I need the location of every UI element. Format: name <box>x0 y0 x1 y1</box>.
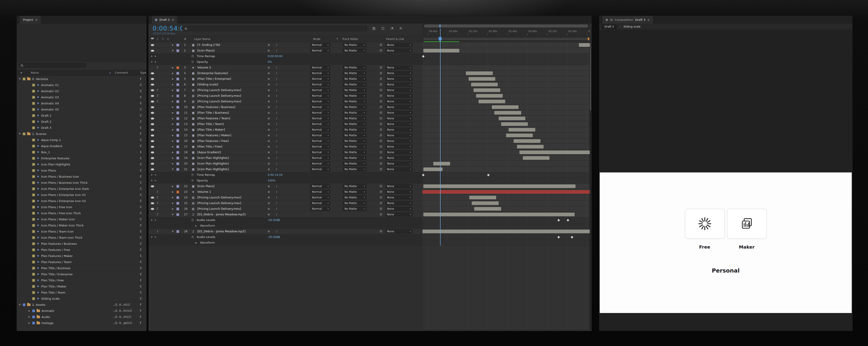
project-item[interactable]: Plan Features / Free C <box>17 247 147 253</box>
layer-name[interactable]: Waveform <box>200 241 215 244</box>
layer-switches[interactable]: ⊕ ∕ <box>268 230 280 233</box>
audio-icon[interactable]: ♪ <box>157 66 158 69</box>
layer-duration-bar[interactable] <box>501 122 528 126</box>
property-value[interactable]: 100% <box>268 179 275 182</box>
label-color-swatch[interactable] <box>32 230 35 233</box>
layer-name[interactable]: Opacity <box>197 60 208 63</box>
column-header-layer-name[interactable]: Layer Name <box>194 37 211 41</box>
item-name[interactable]: Animatic V5 <box>41 108 59 111</box>
track-matte-select[interactable]: No Matte ▾ <box>343 128 366 132</box>
twirl-icon[interactable] <box>172 78 174 80</box>
project-item[interactable]: Icon Plans / Maker Icon C <box>17 216 147 222</box>
blend-mode-select[interactable]: Normal ▾ <box>310 77 330 81</box>
pickwhip-icon[interactable]: @ <box>379 145 382 148</box>
property-value[interactable]: -50.00dB <box>268 219 280 222</box>
label-color-swatch[interactable] <box>176 185 179 188</box>
eye-icon[interactable] <box>151 106 154 108</box>
pickwhip-icon[interactable]: @ <box>379 88 382 92</box>
project-item[interactable]: Plan Title / Team C <box>17 289 147 295</box>
label-color-swatch[interactable] <box>32 84 35 87</box>
label-color-swatch[interactable] <box>32 279 35 282</box>
layer-duration-bar[interactable] <box>492 105 519 109</box>
track-matte-select[interactable]: No Matte ▾ <box>343 139 366 143</box>
item-name[interactable]: Footage <box>41 321 53 325</box>
pickwhip-icon[interactable]: @ <box>379 201 382 205</box>
layer-switches[interactable]: ⊕ ∕ <box>268 196 280 199</box>
blend-mode-select[interactable]: Normal ▾ <box>310 116 330 121</box>
tab-project[interactable]: Project ≡ <box>20 16 41 24</box>
layer-duration-bar[interactable] <box>520 151 590 154</box>
project-item[interactable]: Box_1 C <box>17 149 147 155</box>
item-name[interactable]: Plan Features / Free <box>41 248 70 252</box>
blend-mode-select[interactable]: Normal ▾ <box>310 43 330 47</box>
track-matte-select[interactable]: No Matte ▾ <box>343 167 366 171</box>
layer-duration-bar[interactable] <box>494 111 521 115</box>
layer-switches[interactable]: ⊕ ∕ <box>268 89 280 92</box>
track-matte-select[interactable]: No Matte ▾ <box>343 145 366 149</box>
item-name[interactable]: Icon Plans / Team Icon <box>41 230 74 233</box>
label-color-swatch[interactable] <box>176 140 179 143</box>
blend-mode-select[interactable]: Normal ▾ <box>310 162 330 166</box>
layer-name[interactable]: Volume 1 <box>197 190 211 193</box>
label-color-swatch[interactable] <box>32 96 35 99</box>
parent-link-select[interactable]: None ▾ <box>385 116 412 121</box>
layer-switches[interactable]: ⊕ ∕ <box>268 66 280 69</box>
label-color-swatch[interactable] <box>32 212 35 215</box>
label-color-swatch[interactable] <box>32 151 35 154</box>
stopwatch-icon[interactable] <box>191 173 193 176</box>
pickwhip-icon[interactable]: @ <box>379 111 382 114</box>
layer-name[interactable]: [Plan Title / Free] <box>197 145 222 148</box>
stopwatch-icon[interactable] <box>191 179 193 182</box>
item-name[interactable]: 2. Assets <box>32 303 45 307</box>
project-item[interactable]: Animatic ../2. A...tic(s1) F <box>17 308 147 314</box>
track-matte-select[interactable]: No Matte ▾ <box>343 88 366 92</box>
project-item[interactable]: Icon Plans / Business Icon Thick C <box>17 180 147 186</box>
layer-name[interactable]: [Pricing Launch Delivery.mov] <box>197 94 241 97</box>
label-color-swatch[interactable] <box>32 199 35 202</box>
project-item[interactable]: Plan Features / Maker C <box>17 253 147 259</box>
eye-icon[interactable] <box>151 168 154 170</box>
eye-icon[interactable] <box>151 50 154 52</box>
track-matte-select[interactable]: No Matte ▾ <box>343 122 366 126</box>
label-color-swatch[interactable] <box>32 120 35 123</box>
item-name[interactable]: Icon Plans / Business Icon Thick <box>41 181 88 184</box>
label-color-swatch[interactable] <box>176 134 179 137</box>
project-item[interactable]: Animatic V5 C <box>17 106 147 113</box>
layer-name[interactable]: Volume 2 <box>197 66 211 69</box>
project-item[interactable]: Plan Title / Maker C <box>17 283 147 289</box>
eye-icon[interactable] <box>151 78 154 80</box>
eye-icon[interactable] <box>151 208 154 210</box>
layer-switches[interactable]: ⊕ ∕ <box>268 100 280 103</box>
playhead[interactable] <box>440 29 440 246</box>
blend-mode-select[interactable]: Normal ▾ <box>310 184 330 188</box>
layer-duration-bar[interactable] <box>508 128 535 131</box>
column-header-name[interactable]: Name <box>31 71 39 74</box>
timeline-row[interactable]: ♪ 23 ★ Volume 1 ⊕ ∕ Normal ▾ <box>149 189 590 195</box>
parent-link-select[interactable]: None ▾ <box>385 150 412 154</box>
eye-icon[interactable] <box>151 123 154 125</box>
project-item[interactable]: Animatic V1 C <box>17 82 147 88</box>
layer-name[interactable]: [Icon Plan Highlights] <box>197 167 229 171</box>
work-area-bar[interactable] <box>423 38 589 40</box>
layer-duration-bar[interactable] <box>423 190 590 194</box>
timeline-row[interactable]: ♪ Opacity 100% ⊕ ∕ ▾ <box>149 178 590 184</box>
keyframe-navigator[interactable] <box>151 180 156 182</box>
project-item[interactable]: Plan Title / Free C <box>17 277 147 283</box>
layer-name[interactable]: Opacity <box>197 179 208 182</box>
parent-link-select[interactable]: None ▾ <box>385 128 412 132</box>
label-color-swatch[interactable] <box>176 162 179 165</box>
track-matte-select[interactable]: No Matte ▾ <box>343 94 366 98</box>
parent-link-select[interactable]: None ▾ <box>385 77 412 81</box>
label-color-swatch[interactable] <box>176 128 179 131</box>
timeline-row[interactable]: ♪ 2 ▦ [Icon Plans] ⊕ ∕ Normal ▾ <box>149 48 590 54</box>
track-matte-select[interactable]: No Matte ▾ <box>343 116 366 121</box>
pickwhip-icon[interactable]: @ <box>379 94 382 97</box>
column-header-comment[interactable]: Comment <box>115 71 128 74</box>
blend-mode-select[interactable]: Normal ▾ <box>310 150 330 154</box>
item-name[interactable]: Animatic <box>41 309 55 313</box>
timeline-row[interactable]: ♪ 12 ▦ [Plan Features / Team] ⊕ ∕ Normal… <box>149 116 590 121</box>
stopwatch-icon[interactable] <box>191 218 193 221</box>
project-item[interactable]: Audio ../2. A...io(s1) F <box>17 314 147 320</box>
twirl-icon[interactable] <box>172 191 174 193</box>
item-name[interactable]: Icon Plans / Team Icon Thick <box>41 236 83 239</box>
